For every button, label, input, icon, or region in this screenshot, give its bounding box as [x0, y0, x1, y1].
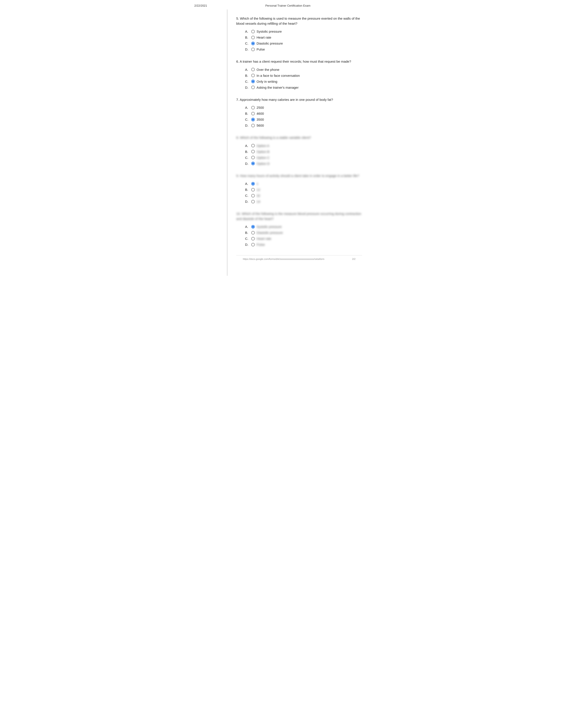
option-q6-2[interactable]: C.Only in writing [245, 80, 362, 83]
radio-q10-3[interactable] [251, 243, 255, 246]
radio-q5-2[interactable] [251, 42, 255, 45]
footer-page: 2/2 [352, 258, 356, 260]
question-q8: 8. Which of the following is a stable va… [236, 135, 362, 165]
option-label-q5-0: A. [245, 30, 249, 33]
option-text-q5-0: Systolic pressure [256, 30, 282, 33]
option-q5-0[interactable]: A.Systolic pressure [245, 30, 362, 33]
question-text-q10: 10. Which of the following is the measur… [236, 211, 362, 221]
question-q6: 6. A trainer has a client request their … [236, 59, 362, 89]
option-q6-3[interactable]: D.Asking the trainer's manager [245, 86, 362, 89]
question-text-q6: 6. A trainer has a client request their … [236, 59, 362, 64]
option-text-q7-0: 2500 [256, 106, 264, 109]
option-q5-2[interactable]: C.Diastolic pressure [245, 41, 362, 45]
option-q8-0[interactable]: A.Option A [245, 144, 362, 148]
footer-url: https://docs.google.com/forms/d/e/xxxxxx… [243, 258, 324, 260]
option-label-q10-2: C. [245, 237, 249, 240]
radio-q9-3[interactable] [251, 200, 255, 203]
radio-q6-1[interactable] [251, 74, 255, 77]
option-label-q8-2: C. [245, 156, 249, 159]
option-q9-2[interactable]: C.32 [245, 194, 362, 197]
radio-q10-1[interactable] [251, 231, 255, 235]
radio-q9-0[interactable] [251, 182, 255, 186]
option-label-q5-1: B. [245, 36, 249, 39]
option-label-q5-3: D. [245, 47, 249, 51]
option-text-q10-3: Pulse [256, 243, 265, 246]
option-q9-3[interactable]: D.14 [245, 200, 362, 203]
option-text-q5-3: Pulse [256, 47, 265, 51]
option-text-q8-2: Option C [256, 156, 269, 159]
option-label-q7-0: A. [245, 106, 249, 109]
radio-q8-1[interactable] [251, 150, 255, 153]
option-label-q7-1: B. [245, 112, 249, 115]
option-label-q8-3: D. [245, 162, 249, 165]
option-q9-1[interactable]: B.12 [245, 188, 362, 191]
option-q6-0[interactable]: A.Over the phone [245, 68, 362, 71]
option-text-q8-1: Option B [256, 150, 269, 154]
radio-q7-2[interactable] [251, 118, 255, 121]
radio-q7-3[interactable] [251, 124, 255, 127]
option-text-q5-1: Heart rate [256, 36, 271, 39]
option-label-q10-1: B. [245, 231, 249, 235]
option-q8-1[interactable]: B.Option B [245, 150, 362, 154]
option-q6-1[interactable]: B.In a face to face conversation [245, 74, 362, 77]
radio-q5-0[interactable] [251, 30, 255, 33]
question-q7: 7. Approximately how many calories are i… [236, 97, 362, 128]
option-q10-1[interactable]: B.Diastolic pressure [245, 231, 362, 235]
option-q10-0[interactable]: A.Systolic pressure [245, 225, 362, 229]
option-q10-3[interactable]: D.Pulse [245, 243, 362, 246]
radio-q8-0[interactable] [251, 144, 255, 147]
radio-q9-2[interactable] [251, 194, 255, 197]
question-text-q5: 5. Which of the following is used to mea… [236, 16, 362, 26]
option-label-q6-1: B. [245, 74, 249, 77]
option-text-q9-2: 32 [256, 194, 260, 197]
option-q7-1[interactable]: B.4600 [245, 112, 362, 115]
radio-q5-3[interactable] [251, 48, 255, 51]
option-label-q6-3: D. [245, 86, 249, 89]
option-text-q7-2: 3500 [256, 118, 264, 121]
option-q5-1[interactable]: B.Heart rate [245, 36, 362, 39]
option-q7-0[interactable]: A.2500 [245, 106, 362, 109]
option-q8-3[interactable]: D.Option D [245, 162, 362, 165]
radio-q6-0[interactable] [251, 68, 255, 71]
option-text-q5-2: Diastolic pressure [256, 41, 283, 45]
option-text-q7-3: 5600 [256, 124, 264, 127]
radio-q7-1[interactable] [251, 112, 255, 115]
option-q8-2[interactable]: C.Option C [245, 156, 362, 159]
radio-q9-1[interactable] [251, 188, 255, 191]
radio-q5-1[interactable] [251, 36, 255, 39]
radio-q8-3[interactable] [251, 162, 255, 165]
option-text-q7-1: 4600 [256, 112, 264, 115]
option-label-q10-3: D. [245, 243, 249, 246]
option-q10-2[interactable]: C.Heart rate [245, 237, 362, 240]
question-text-q7: 7. Approximately how many calories are i… [236, 97, 362, 102]
option-q7-2[interactable]: C.3500 [245, 118, 362, 121]
option-label-q7-3: D. [245, 124, 249, 127]
option-q5-3[interactable]: D.Pulse [245, 47, 362, 51]
option-q7-3[interactable]: D.5600 [245, 124, 362, 127]
radio-q10-0[interactable] [251, 225, 255, 229]
option-text-q9-1: 12 [256, 188, 260, 191]
option-text-q10-2: Heart rate [256, 237, 271, 240]
option-text-q6-2: Only in writing [256, 80, 277, 83]
option-text-q8-3: Option D [256, 162, 269, 165]
radio-q6-2[interactable] [251, 80, 255, 83]
radio-q6-3[interactable] [251, 86, 255, 89]
question-text-q8: 8. Which of the following is a stable va… [236, 135, 362, 140]
radio-q8-2[interactable] [251, 156, 255, 159]
option-label-q5-2: C. [245, 41, 249, 45]
option-text-q6-3: Asking the trainer's manager [256, 86, 299, 89]
option-label-q9-3: D. [245, 200, 249, 203]
option-label-q6-2: C. [245, 80, 249, 83]
radio-q10-2[interactable] [251, 237, 255, 240]
question-q9: 9. How many hours of activity should a c… [236, 173, 362, 204]
question-text-q9: 9. How many hours of activity should a c… [236, 173, 362, 178]
option-label-q6-0: A. [245, 68, 249, 71]
header-title: Personal Trainer Certification Exam [207, 4, 369, 7]
option-text-q9-3: 14 [256, 200, 260, 203]
question-q5: 5. Which of the following is used to mea… [236, 16, 362, 51]
option-text-q10-0: Systolic pressure [256, 225, 282, 229]
radio-q7-0[interactable] [251, 106, 255, 109]
option-label-q9-0: A. [245, 182, 249, 186]
option-label-q9-2: C. [245, 194, 249, 197]
option-q9-0[interactable]: A.1 [245, 182, 362, 186]
